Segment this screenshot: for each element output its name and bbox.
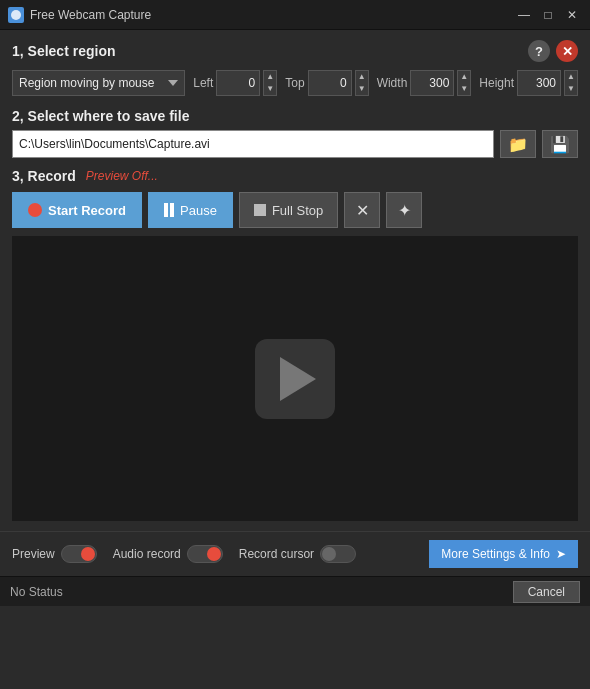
start-record-label: Start Record xyxy=(48,203,126,218)
bottom-controls: Preview Audio record Record cursor More … xyxy=(0,531,590,576)
width-down-arrow[interactable]: ▼ xyxy=(458,83,470,95)
pause-icon xyxy=(164,203,174,217)
top-down-arrow[interactable]: ▼ xyxy=(356,83,368,95)
save-row: 📁 💾 xyxy=(12,130,578,158)
section2-title: 2, Select where to save file xyxy=(12,108,189,124)
pause-bar-left xyxy=(164,203,168,217)
pause-bar-right xyxy=(170,203,174,217)
cursor-toggle-thumb xyxy=(322,547,336,561)
cursor-toggle[interactable] xyxy=(320,545,356,563)
brightness-button[interactable]: ✦ xyxy=(386,192,422,228)
more-settings-label: More Settings & Info xyxy=(441,547,550,561)
left-spinner[interactable]: ▲ ▼ xyxy=(263,70,277,96)
more-settings-button[interactable]: More Settings & Info ➤ xyxy=(429,540,578,568)
top-input[interactable] xyxy=(308,70,352,96)
left-coord-group: Left ▲ ▼ xyxy=(193,70,277,96)
left-label: Left xyxy=(193,76,213,90)
section1-title: 1, Select region xyxy=(12,43,115,59)
play-overlay[interactable] xyxy=(255,339,335,419)
section3-title: 3, Record xyxy=(12,168,76,184)
app-icon xyxy=(8,7,24,23)
title-bar: Free Webcam Capture — □ ✕ xyxy=(0,0,590,30)
region-select[interactable]: Region moving by mouse Full Screen Fixed… xyxy=(12,70,185,96)
preview-status: Preview Off... xyxy=(86,169,158,183)
svg-point-0 xyxy=(11,10,21,20)
height-coord-group: Height ▲ ▼ xyxy=(479,70,578,96)
fullstop-label: Full Stop xyxy=(272,203,323,218)
height-label: Height xyxy=(479,76,514,90)
width-up-arrow[interactable]: ▲ xyxy=(458,71,470,83)
section1-header: 1, Select region ? ✕ xyxy=(12,40,578,62)
preview-toggle-thumb xyxy=(81,547,95,561)
browse-button[interactable]: 📁 xyxy=(500,130,536,158)
width-coord-group: Width ▲ ▼ xyxy=(377,70,472,96)
audio-toggle-label: Audio record xyxy=(113,547,181,561)
cursor-toggle-group: Record cursor xyxy=(239,545,356,563)
send-icon: ➤ xyxy=(556,547,566,561)
stop-icon xyxy=(254,204,266,216)
tools-button[interactable]: ✕ xyxy=(344,192,380,228)
audio-toggle[interactable] xyxy=(187,545,223,563)
top-label: Top xyxy=(285,76,304,90)
cursor-toggle-label: Record cursor xyxy=(239,547,314,561)
play-icon xyxy=(280,357,316,401)
main-content: 1, Select region ? ✕ Region moving by mo… xyxy=(0,30,590,531)
fullstop-button[interactable]: Full Stop xyxy=(239,192,338,228)
record-dot-icon xyxy=(28,203,42,217)
preview-toggle-label: Preview xyxy=(12,547,55,561)
brightness-icon: ✦ xyxy=(398,201,411,220)
cancel-button[interactable]: Cancel xyxy=(513,581,580,603)
floppy-icon: 💾 xyxy=(550,135,570,154)
record-header: 3, Record Preview Off... xyxy=(12,168,578,184)
filepath-input[interactable] xyxy=(12,130,494,158)
pause-label: Pause xyxy=(180,203,217,218)
record-buttons: Start Record Pause Full Stop ✕ ✦ xyxy=(12,192,578,228)
preview-toggle-group: Preview xyxy=(12,545,97,563)
tools-icon: ✕ xyxy=(356,201,369,220)
help-button[interactable]: ? xyxy=(528,40,550,62)
section3: 3, Record Preview Off... Start Record Pa… xyxy=(12,168,578,228)
top-spinner[interactable]: ▲ ▼ xyxy=(355,70,369,96)
close-button[interactable]: ✕ xyxy=(562,5,582,25)
status-bar: No Status Cancel xyxy=(0,576,590,606)
left-input[interactable] xyxy=(216,70,260,96)
window-controls: — □ ✕ xyxy=(514,5,582,25)
folder-icon: 📁 xyxy=(508,135,528,154)
minimize-button[interactable]: — xyxy=(514,5,534,25)
height-spinner[interactable]: ▲ ▼ xyxy=(564,70,578,96)
top-coord-group: Top ▲ ▼ xyxy=(285,70,368,96)
region-row: Region moving by mouse Full Screen Fixed… xyxy=(12,70,578,96)
top-up-arrow[interactable]: ▲ xyxy=(356,71,368,83)
height-input[interactable] xyxy=(517,70,561,96)
section1-close-button[interactable]: ✕ xyxy=(556,40,578,62)
audio-toggle-thumb xyxy=(207,547,221,561)
section1-actions: ? ✕ xyxy=(528,40,578,62)
width-spinner[interactable]: ▲ ▼ xyxy=(457,70,471,96)
section2: 2, Select where to save file 📁 💾 xyxy=(12,108,578,158)
app-title: Free Webcam Capture xyxy=(30,8,514,22)
preview-area xyxy=(12,236,578,521)
preview-toggle[interactable] xyxy=(61,545,97,563)
left-down-arrow[interactable]: ▼ xyxy=(264,83,276,95)
audio-toggle-group: Audio record xyxy=(113,545,223,563)
start-record-button[interactable]: Start Record xyxy=(12,192,142,228)
height-down-arrow[interactable]: ▼ xyxy=(565,83,577,95)
save-button[interactable]: 💾 xyxy=(542,130,578,158)
left-up-arrow[interactable]: ▲ xyxy=(264,71,276,83)
maximize-button[interactable]: □ xyxy=(538,5,558,25)
width-label: Width xyxy=(377,76,408,90)
height-up-arrow[interactable]: ▲ xyxy=(565,71,577,83)
status-text: No Status xyxy=(10,585,63,599)
pause-button[interactable]: Pause xyxy=(148,192,233,228)
width-input[interactable] xyxy=(410,70,454,96)
section2-header: 2, Select where to save file xyxy=(12,108,578,124)
